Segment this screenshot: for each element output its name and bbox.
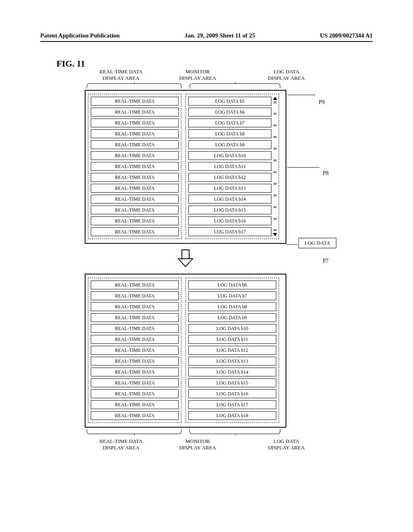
lead-p8 xyxy=(287,167,319,168)
scroll-tick xyxy=(274,183,276,185)
realtime-data-row: REAL-TIME DATA xyxy=(91,357,179,366)
scroll-down-arrow-icon[interactable] xyxy=(273,233,277,236)
scroll-tick xyxy=(274,102,276,103)
log-data-row: LOG DATA b18 xyxy=(188,411,276,420)
realtime-data-row: REAL-TIME DATA xyxy=(91,335,179,344)
log-data-row: LOG DATA b10 xyxy=(188,151,271,160)
realtime-data-row: REAL-TIME DATA xyxy=(91,151,179,160)
figure-11-diagram: REAL-TIME DATA DISPLAY AREA MONITOR DISP… xyxy=(40,69,379,451)
realtime-data-row: REAL-TIME DATA xyxy=(91,184,179,193)
label-log-area: LOG DATA DISPLAY AREA xyxy=(250,69,323,82)
bottom-braces xyxy=(40,428,379,434)
log-data-row: LOG DATA b13 xyxy=(188,357,276,366)
brace-log-bottom xyxy=(190,429,280,434)
brace-realtime xyxy=(87,83,181,88)
realtime-data-row: REAL-TIME DATA xyxy=(91,216,179,225)
log-data-row: LOG DATA b7 xyxy=(188,291,276,300)
scroll-up-arrow-icon[interactable] xyxy=(273,97,277,100)
scroll-ticks xyxy=(274,102,276,231)
top-braces xyxy=(40,83,379,89)
callout-p7-box: LOG DATA xyxy=(298,238,336,248)
brace-log xyxy=(190,83,280,88)
log-data-row: LOG DATA b15 xyxy=(188,206,271,214)
scroll-tick xyxy=(274,229,276,231)
label-realtime-area-bottom: REAL-TIME DATA DISPLAY AREA xyxy=(81,438,161,451)
log-data-row: LOG DATA b13 xyxy=(188,184,271,193)
log-data-row: LOG DATA b8 xyxy=(188,129,271,138)
log-data-row: LOG DATA b9 xyxy=(188,140,271,149)
label-realtime-area: REAL-TIME DATA DISPLAY AREA xyxy=(81,69,161,82)
log-data-row: LOG DATA b12 xyxy=(188,346,276,355)
realtime-data-row: REAL-TIME DATA xyxy=(91,346,179,355)
lead-p7 xyxy=(286,244,298,245)
log-data-row: LOG DATA b6 xyxy=(188,281,276,289)
label-monitor-area: MONITOR DISPLAY AREA xyxy=(169,69,226,82)
realtime-data-row: REAL-TIME DATA xyxy=(91,206,179,214)
realtime-data-row: REAL-TIME DATA xyxy=(91,118,179,127)
log-data-display-area-top: LOG DATA b5LOG DATA b6LOG DATA b7LOG DAT… xyxy=(186,94,279,239)
log-data-row: LOG DATA b10 xyxy=(188,324,276,333)
callout-p7: P7 xyxy=(323,258,329,264)
realtime-data-row: REAL-TIME DATA xyxy=(91,281,179,289)
scroll-tick xyxy=(274,195,276,196)
log-data-row: LOG DATA b14 xyxy=(188,195,271,204)
realtime-data-row: REAL-TIME DATA xyxy=(91,378,179,387)
realtime-data-row: REAL-TIME DATA xyxy=(91,302,179,311)
realtime-data-row: REAL-TIME DATA xyxy=(91,140,179,149)
page-header: Patent Application Publication Jan. 29, … xyxy=(40,32,373,39)
realtime-data-row: REAL-TIME DATA xyxy=(91,368,179,376)
log-scrollbar[interactable] xyxy=(273,97,277,236)
realtime-data-row: REAL-TIME DATA xyxy=(91,227,179,236)
log-data-row: LOG DATA b6 xyxy=(188,108,271,116)
top-area-labels: REAL-TIME DATA DISPLAY AREA MONITOR DISP… xyxy=(40,69,379,82)
header-center: Jan. 29, 2009 Sheet 11 of 25 xyxy=(184,32,255,39)
log-data-row: LOG DATA b16 xyxy=(188,216,271,225)
brace-realtime-bottom xyxy=(87,429,181,434)
realtime-data-display-area-top: REAL-TIME DATAREAL-TIME DATAREAL-TIME DA… xyxy=(88,94,181,239)
realtime-data-row: REAL-TIME DATA xyxy=(91,97,179,106)
lead-p9 xyxy=(287,95,315,95)
log-data-display-area-bottom: LOG DATA b6LOG DATA b7LOG DATA b8LOG DAT… xyxy=(186,278,279,423)
header-rule xyxy=(40,41,373,42)
header-left: Patent Application Publication xyxy=(40,32,120,39)
log-data-row: LOG DATA b16 xyxy=(188,389,276,398)
scroll-tick xyxy=(274,171,276,173)
realtime-data-row: REAL-TIME DATA xyxy=(91,195,179,204)
monitor-display-area-top: REAL-TIME DATAREAL-TIME DATAREAL-TIME DA… xyxy=(85,90,286,244)
figure-label: FIG. 11 xyxy=(56,58,85,69)
bottom-area-labels: REAL-TIME DATA DISPLAY AREA MONITOR DISP… xyxy=(40,438,379,451)
realtime-data-row: REAL-TIME DATA xyxy=(91,173,179,182)
log-data-row: LOG DATA b11 xyxy=(188,335,276,344)
monitor-display-area-bottom: REAL-TIME DATAREAL-TIME DATAREAL-TIME DA… xyxy=(85,274,286,428)
log-data-row: LOG DATA b5 xyxy=(188,97,271,106)
scroll-tick xyxy=(274,136,276,138)
realtime-data-row: REAL-TIME DATA xyxy=(91,129,179,138)
log-data-row: LOG DATA b15 xyxy=(188,378,276,387)
callout-p9: P9 xyxy=(319,99,325,106)
log-data-row: LOG DATA b14 xyxy=(188,368,276,376)
scroll-tick xyxy=(274,206,276,208)
log-data-entry-external: LOG DATA xyxy=(298,238,336,248)
log-data-row: LOG DATA b17 xyxy=(188,400,276,409)
callout-p8: P8 xyxy=(323,170,329,177)
realtime-data-row: REAL-TIME DATA xyxy=(91,411,179,420)
realtime-data-row: REAL-TIME DATA xyxy=(91,291,179,300)
realtime-data-display-area-bottom: REAL-TIME DATAREAL-TIME DATAREAL-TIME DA… xyxy=(88,278,181,423)
realtime-data-row: REAL-TIME DATA xyxy=(91,108,179,116)
log-data-row: LOG DATA b17 xyxy=(188,227,271,236)
realtime-data-row: REAL-TIME DATA xyxy=(91,162,179,171)
transition-down-arrow-icon xyxy=(177,249,194,268)
scroll-tick xyxy=(274,113,276,114)
scroll-tick xyxy=(274,160,276,161)
scroll-tick xyxy=(274,125,276,126)
label-log-area-bottom: LOG DATA DISPLAY AREA xyxy=(250,438,323,451)
label-monitor-area-bottom: MONITOR DISPLAY AREA xyxy=(169,438,226,451)
realtime-data-row: REAL-TIME DATA xyxy=(91,313,179,322)
scroll-tick xyxy=(274,148,276,150)
realtime-data-row: REAL-TIME DATA xyxy=(91,400,179,409)
header-right: US 2009/0027344 A1 xyxy=(320,32,373,39)
log-data-row: LOG DATA b7 xyxy=(188,118,271,127)
realtime-data-row: REAL-TIME DATA xyxy=(91,324,179,333)
log-data-row: LOG DATA b8 xyxy=(188,302,276,311)
realtime-data-row: REAL-TIME DATA xyxy=(91,389,179,398)
